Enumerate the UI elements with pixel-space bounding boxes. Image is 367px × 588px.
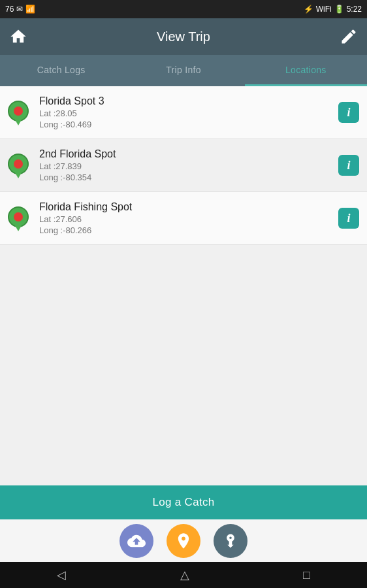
anchor-nav-button[interactable] [214,524,247,558]
info-button-1[interactable]: i [338,102,359,123]
info-icon-1: i [347,106,350,120]
location-name-1: Florida Spot 3 [39,95,338,107]
location-lat-2: Lat :27.839 [39,161,338,171]
pin-icon-3 [8,206,31,230]
app-bar-title: View Trip [31,29,336,44]
info-button-3[interactable]: i [338,208,359,229]
battery-level: 76 [5,5,14,14]
location-lat-1: Lat :28.05 [39,108,338,118]
svg-point-7 [14,212,23,221]
edit-button[interactable] [336,24,362,50]
cloud-nav-button[interactable] [120,524,153,558]
location-nav-button[interactable] [167,524,200,558]
svg-marker-8 [13,222,24,231]
status-right: ⚡ WiFi 🔋 5:22 [304,5,362,14]
log-catch-button[interactable]: Log a Catch [0,485,367,519]
tab-locations[interactable]: Locations [245,55,367,86]
location-item-2: 2nd Florida Spot Lat :27.839 Long :-80.3… [0,139,367,192]
info-button-2[interactable]: i [338,155,359,176]
svg-marker-5 [13,169,24,178]
location-text-2: 2nd Florida Spot Lat :27.839 Long :-80.3… [39,148,338,182]
recent-apps-button[interactable]: □ [303,568,310,582]
location-name-2: 2nd Florida Spot [39,148,338,160]
location-text-1: Florida Spot 3 Lat :28.05 Long :-80.469 [39,95,338,129]
status-left: 76 ✉ 📶 [5,5,35,14]
battery-icon: 🔋 [334,5,344,14]
info-icon-3: i [347,212,350,225]
location-long-1: Long :-80.469 [39,120,338,129]
location-long-3: Long :-80.266 [39,225,338,235]
time-display: 5:22 [347,5,362,14]
bottom-nav [0,519,367,562]
location-name-3: Florida Fishing Spot [39,201,338,213]
status-bar: 76 ✉ 📶 ⚡ WiFi 🔋 5:22 [0,0,367,18]
wifi-icon: WiFi [316,5,332,14]
location-lat-3: Lat :27.606 [39,214,338,224]
bluetooth-icon: ⚡ [304,5,313,14]
back-button[interactable]: ◁ [57,568,66,582]
message-icon: ✉ [16,5,23,14]
location-item: Florida Spot 3 Lat :28.05 Long :-80.469 … [0,86,367,139]
tab-bar: Catch Logs Trip Info Locations [0,55,367,86]
info-icon-2: i [347,159,350,172]
home-nav-button[interactable]: △ [180,568,189,582]
pin-icon-1 [8,101,31,124]
system-nav-bar: ◁ △ □ [0,562,367,588]
svg-point-4 [14,159,23,169]
signal-icon: 📶 [25,5,35,14]
pin-icon-2 [8,154,31,177]
location-long-2: Long :-80.354 [39,172,338,182]
svg-marker-2 [13,116,24,125]
location-text-3: Florida Fishing Spot Lat :27.606 Long :-… [39,201,338,235]
tab-catch-logs[interactable]: Catch Logs [0,55,122,86]
app-bar: View Trip [0,18,367,55]
svg-point-1 [14,106,23,116]
locations-list: Florida Spot 3 Lat :28.05 Long :-80.469 … [0,86,367,245]
home-button[interactable] [5,24,31,50]
location-item-3: Florida Fishing Spot Lat :27.606 Long :-… [0,192,367,245]
tab-trip-info[interactable]: Trip Info [122,55,244,86]
